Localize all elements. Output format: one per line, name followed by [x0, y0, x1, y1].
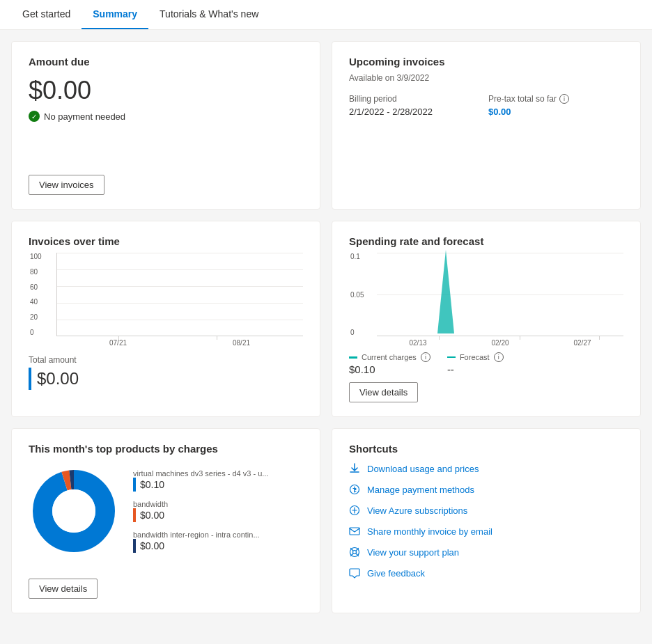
upcoming-invoices-title: Upcoming invoices: [349, 56, 623, 68]
forecast-legend: Forecast i --: [447, 352, 504, 375]
shortcut-label-share-invoice: Share monthly invoice by email: [367, 526, 492, 537]
spending-x-labels: 02/13 02/20 02/27: [377, 339, 623, 347]
tab-get-started[interactable]: Get started: [11, 0, 82, 29]
billing-period-label: Billing period: [349, 94, 433, 104]
top-products-view-details-button[interactable]: View details: [29, 579, 98, 599]
x-tick-0220: [520, 336, 520, 340]
amount-due-title: Amount due: [29, 56, 303, 68]
top-products-title: This month's top products by charges: [29, 443, 303, 455]
product-value-1: $0.10: [140, 479, 164, 490]
product-bar-row-2: $0.00: [133, 508, 268, 522]
available-date: Available on 3/9/2022: [349, 73, 623, 83]
blue-bar-indicator: [29, 368, 31, 390]
invoices-chart-area: [56, 253, 303, 336]
upcoming-invoices-card: Upcoming invoices Available on 3/9/2022 …: [332, 41, 641, 210]
check-icon: ✓: [29, 111, 40, 122]
spending-forecast-card: Spending rate and forecast 0.1 0.05 0: [332, 221, 641, 417]
current-charges-info[interactable]: i: [421, 352, 430, 362]
shortcuts-title: Shortcuts: [349, 443, 623, 455]
product-bar-3: [133, 539, 136, 553]
product-name-2: bandwidth: [133, 500, 268, 508]
svg-marker-0: [437, 250, 454, 333]
total-value-row: $0.00: [29, 368, 303, 390]
pretax-info-icon[interactable]: i: [559, 94, 569, 104]
x-label-0227: 02/27: [573, 339, 591, 347]
shortcut-label-subscriptions: View Azure subscriptions: [367, 505, 467, 516]
shortcut-label-payment: Manage payment methods: [367, 485, 474, 495]
product-bar-row-3: $0.00: [133, 539, 268, 553]
payment-icon: [349, 484, 360, 495]
svg-point-5: [353, 551, 357, 554]
donut-section: virtual machines dv3 series - d4 v3 - u.…: [29, 466, 303, 556]
product-name-1: virtual machines dv3 series - d4 v3 - u.…: [133, 469, 268, 478]
gridline-mid: [377, 294, 623, 295]
x-label-0821: 08/21: [233, 339, 250, 347]
x-tick-2: [217, 336, 217, 340]
x-label-0220: 02/20: [491, 339, 509, 347]
y-label-80: 80: [30, 268, 42, 276]
download-icon: [349, 463, 360, 474]
no-payment-label: No payment needed: [44, 111, 125, 122]
support-icon: [349, 547, 360, 558]
product-name-3: bandwidth inter-region - intra contin...: [133, 531, 268, 539]
shortcut-share-invoice[interactable]: Share monthly invoice by email: [349, 526, 623, 537]
x-label-0213: 02/13: [409, 339, 426, 347]
forecast-icon: [447, 356, 456, 359]
shortcut-support-plan[interactable]: View your support plan: [349, 547, 623, 558]
product-legend: virtual machines dv3 series - d4 v3 - u.…: [133, 469, 268, 553]
y-label-40: 40: [30, 298, 42, 306]
shortcut-list: Download usage and prices Manage payment…: [349, 463, 623, 579]
donut-svg: [29, 466, 119, 556]
donut-chart: [29, 466, 119, 556]
invoices-over-time-title: Invoices over time: [29, 235, 303, 247]
list-item: bandwidth $0.00: [133, 500, 268, 522]
list-item: virtual machines dv3 series - d4 v3 - u.…: [133, 469, 268, 492]
current-charges-value: $0.10: [349, 363, 430, 375]
tab-summary[interactable]: Summary: [82, 0, 148, 29]
pretax-section: Pre-tax total so far i $0.00: [488, 94, 569, 117]
y-label-100: 100: [30, 253, 42, 260]
amount-due-value: $0.00: [29, 76, 303, 105]
no-payment-status: ✓ No payment needed: [29, 111, 303, 122]
pretax-value: $0.00: [488, 107, 569, 117]
shortcuts-card: Shortcuts Download usage and prices M: [332, 428, 641, 613]
total-amount-value: $0.00: [37, 369, 79, 388]
y-axis-labels: 100 80 60 40 20 0: [30, 253, 42, 336]
total-section: Total amount $0.00: [29, 355, 303, 390]
total-label: Total amount: [29, 355, 303, 365]
billing-period-value: 2/1/2022 - 2/28/2022: [349, 107, 433, 117]
view-invoices-button[interactable]: View invoices: [29, 175, 104, 195]
gridline: [57, 303, 303, 304]
gridline: [57, 286, 303, 287]
shortcut-manage-payment[interactable]: Manage payment methods: [349, 484, 623, 495]
x-axis-labels: 07/21 08/21: [56, 339, 303, 347]
y-label-20: 20: [30, 313, 42, 321]
current-charges-legend: Current charges i $0.10: [349, 352, 430, 375]
shortcut-feedback[interactable]: Give feedback: [349, 567, 623, 579]
list-item: bandwidth inter-region - intra contin...…: [133, 531, 268, 553]
tab-tutorials[interactable]: Tutorials & What's new: [148, 0, 270, 29]
spending-forecast-title: Spending rate and forecast: [349, 235, 623, 247]
donut-hole: [52, 489, 95, 533]
top-nav: Get started Summary Tutorials & What's n…: [0, 0, 652, 30]
subscription-icon: [349, 505, 360, 516]
invoices-over-time-card: Invoices over time 100 80 60 40 20 0: [11, 221, 320, 417]
x-label-0721: 07/21: [109, 339, 127, 347]
spending-y-labels: 0.1 0.05 0: [350, 253, 364, 336]
svg-rect-3: [350, 528, 359, 535]
product-bar-2: [133, 508, 136, 522]
product-bar-row-1: $0.10: [133, 478, 268, 492]
shortcut-download-usage[interactable]: Download usage and prices: [349, 463, 623, 474]
pretax-label: Pre-tax total so far i: [488, 94, 569, 104]
spending-view-details-button[interactable]: View details: [349, 382, 418, 402]
shortcut-view-subscriptions[interactable]: View Azure subscriptions: [349, 505, 623, 516]
current-charges-label: Current charges i: [349, 352, 430, 362]
y-label-60: 60: [30, 283, 42, 291]
billing-period-section: Billing period 2/1/2022 - 2/28/2022: [349, 94, 433, 117]
email-icon: [349, 526, 360, 537]
gridline: [57, 320, 303, 320]
x-tick-0227: [599, 336, 600, 340]
forecast-info[interactable]: i: [494, 352, 504, 362]
amount-due-card: Amount due $0.00 ✓ No payment needed Vie…: [11, 41, 320, 210]
product-value-2: $0.00: [140, 510, 164, 521]
